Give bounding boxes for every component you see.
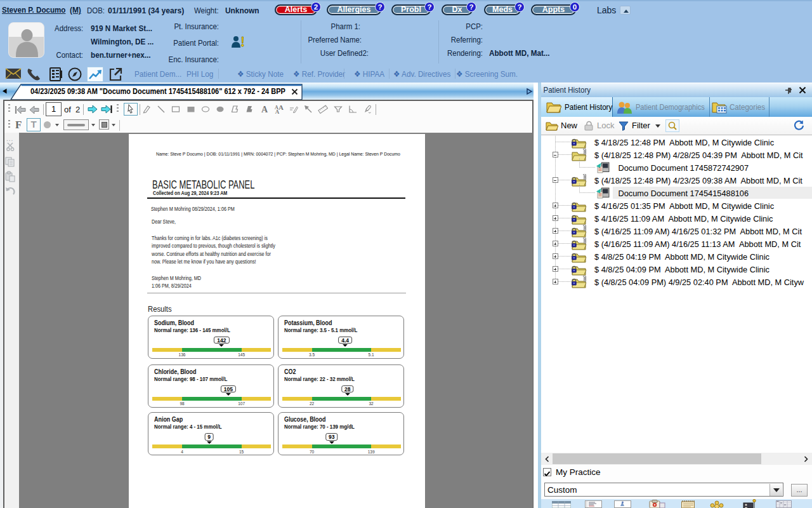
svg-text:A: A: [261, 105, 268, 114]
svg-text:A: A: [275, 109, 280, 114]
